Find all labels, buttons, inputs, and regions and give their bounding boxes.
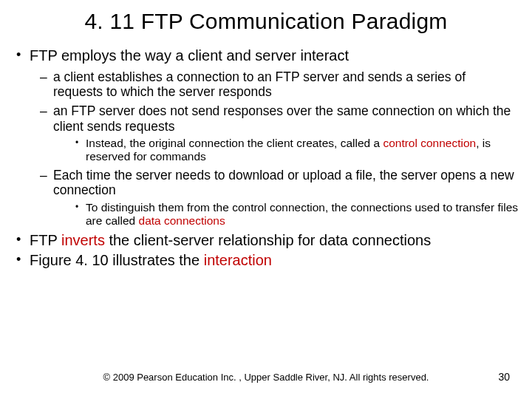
slide-content: FTP employs the way a client and server … xyxy=(13,47,519,270)
t: the client-server relationship for data … xyxy=(105,232,431,248)
page-number: 30 xyxy=(498,371,510,383)
bullet-1-2-1: Instead, the original connection the cli… xyxy=(53,137,519,164)
slide: 4. 11 FTP Communication Paradigm FTP emp… xyxy=(0,0,532,399)
bullet-1-text: FTP employs the way a client and server … xyxy=(30,47,349,64)
t: Instead, the original connection the cli… xyxy=(86,137,383,149)
bullet-1-2-text: an FTP server does not send responses ov… xyxy=(53,103,511,134)
t: Figure 4. 10 illustrates the xyxy=(30,252,204,268)
bullet-1-3: Each time the server needs to download o… xyxy=(30,168,519,228)
t-red: interaction xyxy=(204,252,272,268)
bullet-1-sub: a client establishes a connection to an … xyxy=(30,69,519,228)
t: FTP xyxy=(30,232,61,248)
bullet-1-1: a client establishes a connection to an … xyxy=(30,69,519,100)
bullet-2: FTP inverts the client-server relationsh… xyxy=(13,232,519,250)
bullet-1: FTP employs the way a client and server … xyxy=(13,47,519,228)
bullet-list: FTP employs the way a client and server … xyxy=(13,47,519,270)
bullet-1-3-1: To distinguish them from the control con… xyxy=(53,201,519,228)
bullet-1-3-text: Each time the server needs to download o… xyxy=(53,168,514,198)
t-red: data connections xyxy=(139,214,225,227)
slide-title: 4. 11 FTP Communication Paradigm xyxy=(22,0,510,34)
bullet-1-3-sub: To distinguish them from the control con… xyxy=(53,201,519,228)
t-red: inverts xyxy=(61,232,105,248)
t-red: control connection xyxy=(383,137,476,149)
footer: © 2009 Pearson Education Inc. , Upper Sa… xyxy=(0,372,532,383)
bullet-3: Figure 4. 10 illustrates the interaction xyxy=(13,252,519,270)
bullet-1-2-sub: Instead, the original connection the cli… xyxy=(53,137,519,164)
copyright: © 2009 Pearson Education Inc. , Upper Sa… xyxy=(22,372,510,383)
bullet-1-2: an FTP server does not send responses ov… xyxy=(30,103,519,164)
